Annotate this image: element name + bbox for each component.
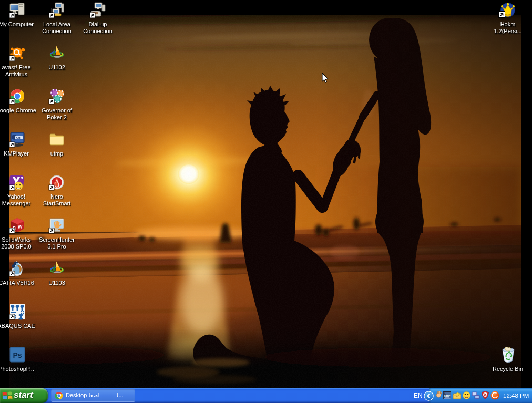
- svg-text:KMP: KMP: [444, 394, 451, 397]
- svg-text:KMP: KMP: [16, 136, 23, 139]
- svg-text:W: W: [18, 224, 23, 230]
- svg-text:Ps: Ps: [13, 351, 22, 359]
